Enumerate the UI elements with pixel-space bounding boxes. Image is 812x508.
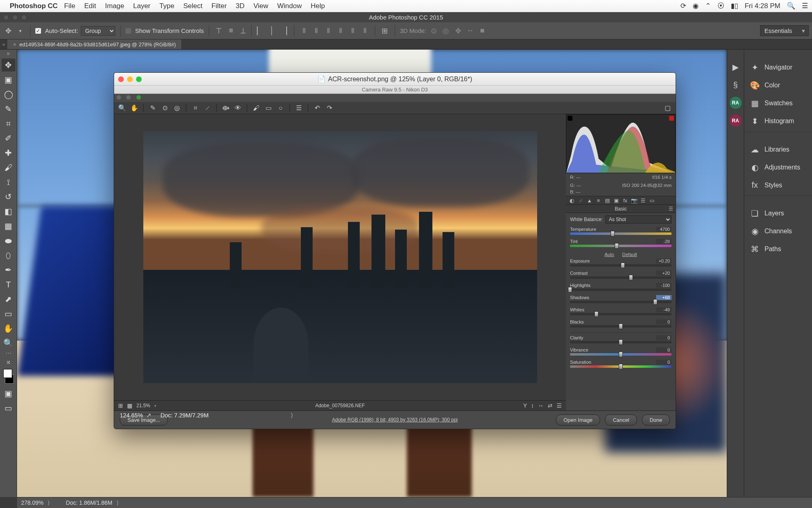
menu-select[interactable]: Select (183, 2, 202, 10)
acr-prefs-icon[interactable]: ☰ (295, 104, 303, 112)
acr-inner-zoom-icon[interactable] (136, 95, 141, 100)
user-badge-1[interactable]: RA (730, 97, 742, 109)
align-vcenter-icon[interactable]: ≡ (226, 26, 236, 36)
acr-close-icon[interactable] (118, 76, 124, 82)
acr-titlebar[interactable]: 📄ACR-screenshot.png @ 125% (Layer 0, RGB… (114, 73, 676, 86)
acr-preview-toggle-icon[interactable]: ▢ (663, 104, 672, 112)
acr-tab-split-icon[interactable]: ▤ (604, 198, 611, 204)
acr-radfilter-icon[interactable]: ○ (276, 104, 285, 112)
acr-histogram[interactable] (566, 114, 676, 173)
pen-tool[interactable]: ✒ (2, 263, 15, 276)
acr-settings-menu-icon[interactable]: ☰ (557, 402, 562, 409)
screenmode-tool[interactable]: ▭ (2, 402, 15, 415)
3d-zoom-icon[interactable]: ■ (477, 26, 487, 36)
inner-share-icon[interactable]: ↗ (146, 412, 151, 419)
status-zoom[interactable]: 278.09% (21, 499, 43, 506)
eyedropper-tool[interactable]: ✐ (2, 132, 15, 145)
user-badge-2[interactable]: RA (730, 115, 742, 127)
healing-tool[interactable]: ✚ (2, 146, 15, 159)
menubar-app-name[interactable]: Photoshop CC (10, 2, 58, 10)
record-icon[interactable]: ◉ (693, 2, 699, 10)
acr-color-sampler-icon[interactable]: ⊙ (161, 104, 169, 112)
close-tab-icon[interactable]: × (13, 41, 16, 48)
acr-rotate-cw-icon[interactable]: ↷ (325, 104, 333, 112)
workspace-switcher[interactable]: Essentials (760, 25, 809, 36)
dist-top-icon[interactable]: ⫴ (299, 26, 309, 36)
align-hcenter-icon[interactable]: │ (267, 26, 277, 36)
color-swatches[interactable] (2, 367, 15, 385)
window-minimize-icon[interactable] (12, 15, 18, 20)
acr-panel-menu-icon[interactable]: ☰ (669, 205, 673, 213)
acr-cancel-button[interactable]: Cancel (605, 415, 637, 426)
wb-dropdown[interactable]: As Shot (605, 215, 672, 224)
menu-type[interactable]: Type (160, 2, 175, 10)
dodge-tool[interactable]: ⬯ (2, 249, 15, 262)
quick-select-tool[interactable]: ✎ (2, 102, 15, 115)
slider-whites[interactable]: Whites-49 (566, 306, 676, 319)
acr-after-icon[interactable]: ↔ (538, 402, 544, 409)
acr-tab-snapshot-icon[interactable]: ▭ (649, 198, 655, 204)
document-tab[interactable]: × ed149534-869f-48d9-8a2b-93d815d61e97.j… (7, 39, 182, 49)
shape-tool[interactable]: ▭ (2, 307, 15, 320)
acr-tab-lens-icon[interactable]: ▣ (613, 198, 620, 204)
panel-layers[interactable]: ❏Layers (744, 204, 812, 222)
slider-contrast[interactable]: Contrast+20 (566, 270, 676, 282)
eraser-tool[interactable]: ◧ (2, 205, 15, 218)
inner-docsize[interactable]: Doc: 7.29M/7.29M (160, 412, 208, 419)
panel-color[interactable]: 🎨Color (744, 76, 812, 94)
align-top-icon[interactable]: ⊤ (214, 26, 224, 36)
acr-auto-link[interactable]: Auto (605, 252, 614, 257)
wifi-weak-icon[interactable]: ⌃ (705, 2, 711, 10)
acr-redeye-icon[interactable]: 👁 (234, 104, 242, 112)
acr-zoom-tool-icon[interactable]: 🔍 (118, 104, 126, 112)
menubar-clock[interactable]: Fri 4:28 PM (745, 2, 780, 10)
acr-gradfilter-icon[interactable]: ▭ (264, 104, 272, 112)
acr-straighten-icon[interactable]: ⟋ (203, 104, 212, 112)
play-icon[interactable]: ▶ (730, 61, 742, 73)
acr-compare-icon[interactable]: Y (523, 402, 527, 409)
acr-inner-min-icon[interactable] (126, 95, 131, 100)
tool-more-icon[interactable]: ⋯ (2, 351, 15, 357)
acr-done-button[interactable]: Done (642, 415, 670, 426)
status-menu2-icon[interactable]: ⟩ (117, 499, 119, 506)
acr-tab-basic-icon[interactable]: ◐ (568, 198, 575, 204)
menu-layer[interactable]: Layer (133, 2, 151, 10)
acr-before-icon[interactable]: ↕ (531, 402, 534, 409)
menu-view[interactable]: View (253, 2, 268, 10)
menu-edit[interactable]: Edit (84, 2, 96, 10)
quickmask-tool[interactable]: ▣ (2, 387, 15, 400)
show-transform-checkbox[interactable] (125, 28, 131, 34)
marquee-tool[interactable]: ▣ (2, 73, 15, 86)
acr-minimize-icon[interactable] (127, 76, 133, 82)
panel-adjustments[interactable]: ◐Adjustments (744, 158, 812, 176)
status-doc[interactable]: Doc: 1.86M/1.86M (66, 499, 112, 506)
spotlight-icon[interactable]: 🔍 (787, 2, 795, 10)
menu-image[interactable]: Image (105, 2, 124, 10)
slider-blacks[interactable]: Blacks0 (566, 319, 676, 331)
acr-tab-curve-icon[interactable]: ⟋ (577, 198, 584, 204)
slider-shadows[interactable]: Shadows+68 (566, 294, 676, 306)
styles-mini-icon[interactable]: § (730, 79, 742, 91)
acr-profile-link[interactable]: Adobe RGB (1998); 8 bit; 4903 by 3263 (1… (332, 417, 458, 423)
acr-adjbrush-icon[interactable]: 🖌 (252, 104, 260, 112)
panel-paths[interactable]: ⌘Paths (744, 240, 812, 258)
zoom-tool[interactable]: 🔍 (2, 336, 15, 350)
3d-orbit-icon[interactable]: ⊙ (429, 26, 438, 36)
acr-spot-icon[interactable]: ⟴ (222, 104, 230, 112)
window-close-icon[interactable] (3, 15, 9, 20)
history-brush-tool[interactable]: ↺ (2, 190, 15, 203)
acr-tab-hsl-icon[interactable]: ≡ (595, 198, 602, 204)
panel-expand-icon[interactable]: » (0, 42, 7, 47)
hand-tool[interactable]: ✋ (2, 322, 15, 335)
acr-wb-tool-icon[interactable]: ✎ (149, 104, 157, 112)
acr-fit-icon[interactable]: ⊞ (118, 402, 123, 409)
inner-status-menu-icon[interactable]: ⟩ (291, 412, 293, 419)
inner-zoom[interactable]: 124.65% (120, 412, 143, 419)
menu-list-icon[interactable]: ☰ (802, 2, 808, 10)
slider-exposure[interactable]: Exposure+0.20 (566, 258, 676, 270)
panel-styles[interactable]: fxStyles (744, 176, 812, 194)
dist-hcenter-icon[interactable]: ⫴ (348, 26, 358, 36)
sync-icon[interactable]: ⟳ (680, 2, 686, 10)
3d-pan-icon[interactable]: ✥ (453, 26, 463, 36)
panel-histogram[interactable]: ⬍Histogram (744, 112, 812, 130)
